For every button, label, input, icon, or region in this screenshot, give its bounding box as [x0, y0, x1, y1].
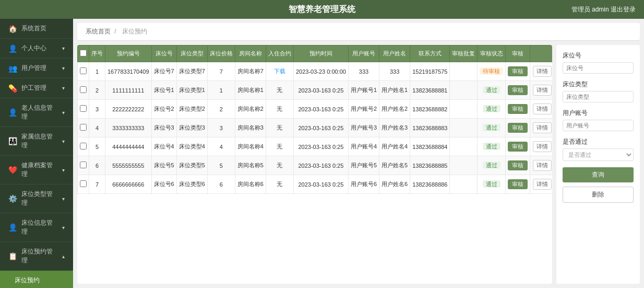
cell-status: 通过	[478, 119, 506, 137]
col-price: 床位价格	[207, 45, 235, 62]
status-badge: 通过	[483, 180, 500, 188]
filter-useraccount-input[interactable]	[563, 120, 634, 131]
cell-user-account: 用户账号1	[348, 81, 379, 100]
filter-bedno-input[interactable]	[563, 62, 634, 74]
cell-bed-no: 床位号7	[151, 62, 176, 81]
cell-price: 5	[207, 156, 235, 175]
detail-button-6[interactable]: 详情	[533, 179, 552, 190]
chevron-down-icon7: ▾	[62, 196, 65, 202]
filter-useraccount-label: 用户账号	[563, 109, 634, 118]
sidebar-item-family[interactable]: 👨‍👩‍👧 家属信息管理 ▾	[0, 127, 73, 156]
row-checkbox-3[interactable]	[80, 124, 87, 131]
sidebar-item-bedtype[interactable]: ⚙️ 床位类型管理 ▾	[0, 185, 73, 213]
detail-button-4[interactable]: 详情	[533, 141, 552, 152]
cell-user-account: 用户账号2	[348, 100, 379, 119]
sidebar-item-profile[interactable]: 👤 个人中心 ▾	[0, 39, 73, 59]
cell-contract: 下载	[266, 62, 293, 81]
cell-status: 通过	[478, 156, 506, 175]
filter-approved-select[interactable]: 是否通过 通过 待审核	[563, 148, 634, 161]
audit-button-2[interactable]: 审核	[508, 104, 528, 114]
cell-room: 房间名称3	[235, 119, 266, 137]
cell-review-comment	[450, 62, 478, 81]
cell-book-time: 2023-03-163 0:25	[293, 81, 348, 100]
row-checkbox-5[interactable]	[80, 162, 87, 168]
cell-ops: 详情 修改 删除	[530, 100, 552, 119]
status-badge: 通过	[483, 124, 500, 131]
audit-button-0[interactable]: 审核	[508, 66, 528, 76]
sidebar-item-nurses[interactable]: 💊 护工管理 ▾	[0, 78, 73, 98]
cell-bed-type: 床位类型6	[176, 175, 207, 194]
table-row: 4 3333333333 床位号3 床位类型3 3 房间名称3 无 2023-0…	[78, 119, 553, 137]
chevron-down-icon4: ▾	[62, 110, 65, 116]
row-checkbox-4[interactable]	[80, 143, 87, 149]
chevron-down-icon3: ▾	[62, 85, 65, 91]
audit-button-1[interactable]: 审核	[508, 85, 528, 95]
cell-room: 房间名称7	[235, 62, 266, 81]
cell-checkbox	[78, 100, 89, 119]
cell-user-account: 用户账号3	[348, 119, 379, 137]
sidebar-item-bedinfo[interactable]: 👤 床位信息管理 ▾	[0, 213, 73, 242]
cell-bed-no: 床位号6	[151, 175, 176, 194]
cell-bed-no: 床位号3	[151, 119, 176, 137]
detail-button-2[interactable]: 详情	[533, 103, 552, 114]
cell-checkbox	[78, 137, 89, 156]
bedtype-icon: ⚙️	[8, 194, 17, 203]
cell-status: 通过	[478, 81, 506, 100]
cell-book-time: 2023-03-163 0:25	[293, 156, 348, 175]
sidebar-item-bedreserve[interactable]: 📋 床位预约管理 ▴	[0, 242, 73, 271]
search-button[interactable]: 查询	[563, 167, 634, 182]
detail-button-5[interactable]: 详情	[533, 160, 552, 171]
sidebar-item-bedreserve-sub[interactable]: 床位预约	[0, 271, 73, 288]
audit-button-3[interactable]: 审核	[508, 123, 528, 133]
cell-contract: 无	[266, 175, 293, 194]
cell-review-comment	[450, 156, 478, 175]
sidebar-item-elderly[interactable]: 👤 老人信息管理 ▾	[0, 98, 73, 127]
cell-checkbox	[78, 119, 89, 137]
cell-user-name: 用户姓名2	[379, 100, 410, 119]
select-all-checkbox[interactable]	[80, 50, 87, 56]
cell-bed-no: 床位号1	[151, 81, 176, 100]
cell-audit: 审核	[506, 100, 530, 119]
cell-contract: 无	[266, 100, 293, 119]
row-checkbox-1[interactable]	[80, 86, 87, 93]
col-user-name: 用户姓名	[379, 45, 410, 62]
cell-checkbox	[78, 175, 89, 194]
contract-download-link[interactable]: 下载	[274, 68, 285, 74]
cell-checkbox	[78, 81, 89, 100]
filter-bedno-label: 床位号	[563, 51, 634, 60]
cell-seq: 1	[89, 62, 105, 81]
cell-review-comment	[450, 137, 478, 156]
cell-phone: 13823688885	[410, 156, 450, 175]
col-user-account: 用户账号	[348, 45, 379, 62]
delete-button[interactable]: 删除	[563, 187, 634, 203]
audit-button-5[interactable]: 审核	[508, 160, 528, 170]
row-checkbox-2[interactable]	[80, 105, 87, 112]
sidebar-label-bedreserve-sub: 床位预约	[15, 276, 40, 285]
detail-button-0[interactable]: 详情	[533, 66, 552, 77]
cell-user-name: 用户姓名1	[379, 81, 410, 100]
breadcrumb-home[interactable]: 系统首页	[86, 28, 111, 35]
cell-review-comment	[450, 175, 478, 194]
top-header: 智慧养老管理系统 管理员 admin 退出登录	[0, 0, 644, 19]
row-checkbox-6[interactable]	[80, 180, 87, 187]
sidebar-item-users[interactable]: 👥 用户管理 ▾	[0, 59, 73, 78]
col-bed-no: 床位号	[151, 45, 176, 62]
cell-review-comment	[450, 81, 478, 100]
audit-button-4[interactable]: 审核	[508, 142, 528, 152]
detail-button-3[interactable]: 详情	[533, 122, 552, 133]
audit-button-6[interactable]: 审核	[508, 179, 528, 189]
row-checkbox-0[interactable]	[80, 67, 87, 74]
sidebar-item-health[interactable]: ❤️ 健康档案管理 ▾	[0, 156, 73, 185]
cell-ops: 详情 修改 删除	[530, 81, 552, 100]
bedreserve-icon: 📋	[8, 252, 17, 260]
sidebar-item-home[interactable]: 🏠 系统首页	[0, 19, 73, 39]
detail-button-1[interactable]: 详情	[533, 85, 552, 96]
status-badge: 通过	[483, 105, 500, 112]
profile-icon: 👤	[8, 44, 17, 53]
cell-booking-no: 5555555555	[105, 156, 152, 175]
home-icon: 🏠	[8, 25, 17, 33]
filter-bedtype-input[interactable]	[563, 91, 634, 102]
cell-price: 7	[207, 62, 235, 81]
breadcrumb-current: 床位预约	[122, 28, 147, 35]
cell-review-comment	[450, 119, 478, 137]
